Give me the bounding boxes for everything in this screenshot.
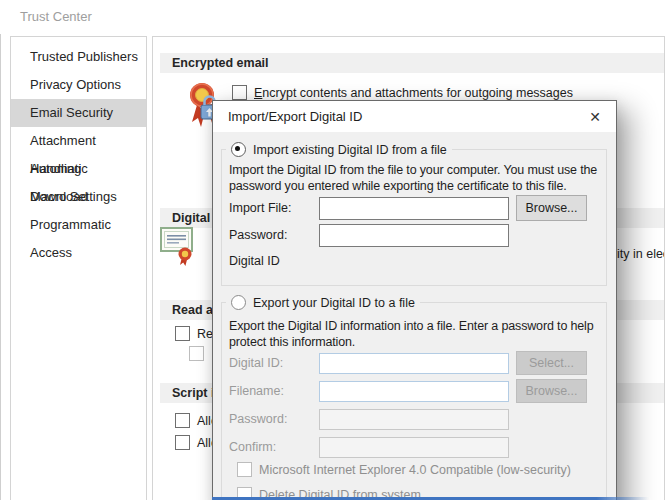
window-titlebar: Trust Center xyxy=(0,0,670,34)
sidebar-item-programmatic-access[interactable]: Programmatic Access xyxy=(11,211,146,239)
export-filename-input xyxy=(319,381,509,402)
export-filename-label: Filename: xyxy=(229,384,284,398)
section-header-encrypted-email: Encrypted email xyxy=(160,53,664,73)
export-digital-id-input xyxy=(319,353,509,374)
dialog-title: Import/Export Digital ID xyxy=(228,109,362,124)
script-shared-folders-checkbox[interactable] xyxy=(175,413,190,428)
sidebar-item-attachment-handling[interactable]: Attachment Handling xyxy=(11,127,146,155)
window-title: Trust Center xyxy=(20,9,92,24)
import-file-input[interactable] xyxy=(319,197,509,220)
script-public-folders-checkbox[interactable] xyxy=(175,435,190,450)
export-radio-row: Export your Digital ID to a file xyxy=(226,295,420,310)
read-signed-mail-row xyxy=(189,346,204,361)
certificate-document-icon xyxy=(160,227,194,267)
import-file-label: Import File: xyxy=(229,201,292,215)
export-radio[interactable] xyxy=(231,295,246,310)
import-description: Import the Digital ID from the file to y… xyxy=(229,162,609,194)
encrypt-contents-label[interactable]: Encrypt contents and attachments for out… xyxy=(254,86,573,100)
encrypt-contents-row: Encrypt contents and attachments for out… xyxy=(232,85,573,100)
sidebar-item-macro-settings[interactable]: Macro Settings xyxy=(11,183,146,211)
digital-ids-description-fragment: ity in electr xyxy=(617,247,665,261)
read-signed-mail-checkbox xyxy=(189,346,204,361)
sidebar-item-privacy-options[interactable]: Privacy Options xyxy=(11,71,146,99)
msie-compat-label: Microsoft Internet Explorer 4.0 Compatib… xyxy=(259,463,571,477)
sidebar-item-trusted-publishers[interactable]: Trusted Publishers xyxy=(11,43,146,71)
sidebar: Trusted Publishers Privacy Options Email… xyxy=(10,36,147,500)
read-standard-mail-checkbox[interactable] xyxy=(175,326,190,341)
import-radio[interactable] xyxy=(231,142,246,157)
export-description: Export the Digital ID information into a… xyxy=(229,318,609,350)
export-browse-button: Browse... xyxy=(516,379,587,403)
msie-compat-checkbox xyxy=(237,462,252,477)
import-export-digital-id-dialog: Import/Export Digital ID ✕ Import existi… xyxy=(212,100,617,500)
export-digital-id-label: Digital ID: xyxy=(229,356,283,370)
export-password-label: Password: xyxy=(229,412,287,426)
import-browse-button[interactable]: Browse... xyxy=(516,195,587,221)
dialog-close-button[interactable]: ✕ xyxy=(574,101,616,132)
import-radio-row: Import existing Digital ID from a file xyxy=(226,142,452,157)
export-confirm-input xyxy=(319,437,509,458)
import-password-input[interactable] xyxy=(319,224,509,247)
digital-id-status-label: Digital ID xyxy=(229,254,280,268)
msie-compat-row: Microsoft Internet Explorer 4.0 Compatib… xyxy=(237,462,571,477)
export-confirm-label: Confirm: xyxy=(229,440,276,454)
trust-center-window: Trust Center Trusted Publishers Privacy … xyxy=(0,0,670,500)
window-left-border xyxy=(0,0,1,500)
encrypt-contents-checkbox[interactable] xyxy=(232,85,247,100)
export-password-input xyxy=(319,409,509,430)
export-radio-label[interactable]: Export your Digital ID to a file xyxy=(253,296,415,310)
dialog-titlebar: Import/Export Digital ID xyxy=(213,101,616,132)
close-icon: ✕ xyxy=(589,109,601,125)
sidebar-item-automatic-download[interactable]: Automatic Download xyxy=(11,155,146,183)
sidebar-item-email-security[interactable]: Email Security xyxy=(11,99,146,127)
export-select-button: Select... xyxy=(516,351,587,375)
import-radio-label[interactable]: Import existing Digital ID from a file xyxy=(253,143,447,157)
import-password-label: Password: xyxy=(229,228,287,242)
